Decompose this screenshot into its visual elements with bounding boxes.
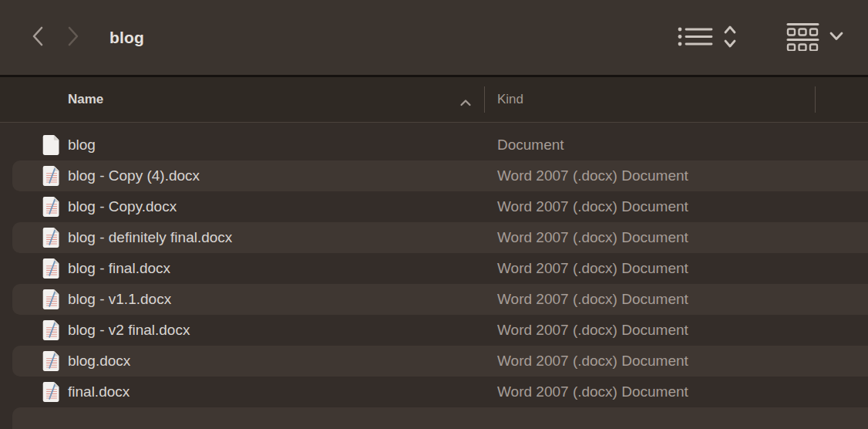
chevron-down-icon <box>829 32 843 43</box>
file-kind: Word 2007 (.docx) Document <box>497 222 688 253</box>
file-name: blog.docx <box>68 346 130 377</box>
chevron-left-icon <box>31 26 44 49</box>
view-switcher-button[interactable] <box>678 25 737 51</box>
file-kind: Word 2007 (.docx) Document <box>497 160 688 191</box>
sort-asc-icon <box>459 96 472 110</box>
file-name: blog - v2 final.docx <box>68 315 190 346</box>
column-header-row: Name Kind <box>0 77 868 123</box>
docx-document-icon <box>42 289 62 310</box>
chevron-right-icon <box>67 26 80 49</box>
group-menu-button[interactable] <box>786 22 843 53</box>
toolbar: blog <box>0 0 868 77</box>
file-name: final.docx <box>68 377 130 407</box>
finder-window: blog <box>0 0 868 429</box>
file-row[interactable]: final.docx Word 2007 (.docx) Document <box>0 377 868 407</box>
file-row[interactable]: blog Document <box>0 130 868 160</box>
file-name: blog - definitely final.docx <box>68 222 232 253</box>
column-header-name[interactable]: Name <box>68 77 103 122</box>
docx-document-icon <box>42 227 62 248</box>
file-list: blog Document blog - Copy (4).docx Word … <box>0 123 868 429</box>
file-row[interactable]: blog - v1.1.docx Word 2007 (.docx) Docum… <box>0 284 868 315</box>
file-kind: Word 2007 (.docx) Document <box>497 315 688 346</box>
file-row[interactable]: blog - final.docx Word 2007 (.docx) Docu… <box>0 253 868 284</box>
docx-document-icon <box>42 196 62 218</box>
list-view-icon <box>678 26 713 49</box>
file-kind: Word 2007 (.docx) Document <box>497 191 688 222</box>
file-kind: Word 2007 (.docx) Document <box>497 253 688 284</box>
file-name: blog - Copy (4).docx <box>68 160 200 191</box>
forward-button[interactable] <box>67 26 80 49</box>
docx-document-icon <box>42 381 62 403</box>
file-row[interactable]: blog - Copy (4).docx Word 2007 (.docx) D… <box>0 160 868 191</box>
file-row[interactable]: blog - v2 final.docx Word 2007 (.docx) D… <box>0 315 868 346</box>
up-down-chevrons-icon <box>723 25 737 51</box>
column-resize-handle[interactable] <box>484 86 485 113</box>
file-kind: Document <box>497 130 564 160</box>
file-row[interactable]: blog - definitely final.docx Word 2007 (… <box>0 222 868 253</box>
back-button[interactable] <box>31 26 44 49</box>
column-resize-handle[interactable] <box>815 86 816 113</box>
docx-document-icon <box>42 319 62 341</box>
file-name: blog <box>68 130 96 160</box>
plain-document-icon <box>42 134 62 156</box>
file-kind: Word 2007 (.docx) Document <box>497 346 688 377</box>
docx-document-icon <box>42 165 62 187</box>
file-name: blog - v1.1.docx <box>68 284 171 315</box>
file-kind: Word 2007 (.docx) Document <box>497 284 688 315</box>
docx-document-icon <box>42 350 62 372</box>
docx-document-icon <box>42 258 62 279</box>
file-name: blog - final.docx <box>68 253 170 284</box>
file-row[interactable]: blog.docx Word 2007 (.docx) Document <box>0 346 868 377</box>
column-header-kind[interactable]: Kind <box>497 77 523 122</box>
grouped-grid-icon <box>786 22 819 53</box>
file-row[interactable]: blog - Copy.docx Word 2007 (.docx) Docum… <box>0 191 868 222</box>
window-title: blog <box>109 29 144 47</box>
file-name: blog - Copy.docx <box>68 191 177 222</box>
file-kind: Word 2007 (.docx) Document <box>497 377 688 407</box>
